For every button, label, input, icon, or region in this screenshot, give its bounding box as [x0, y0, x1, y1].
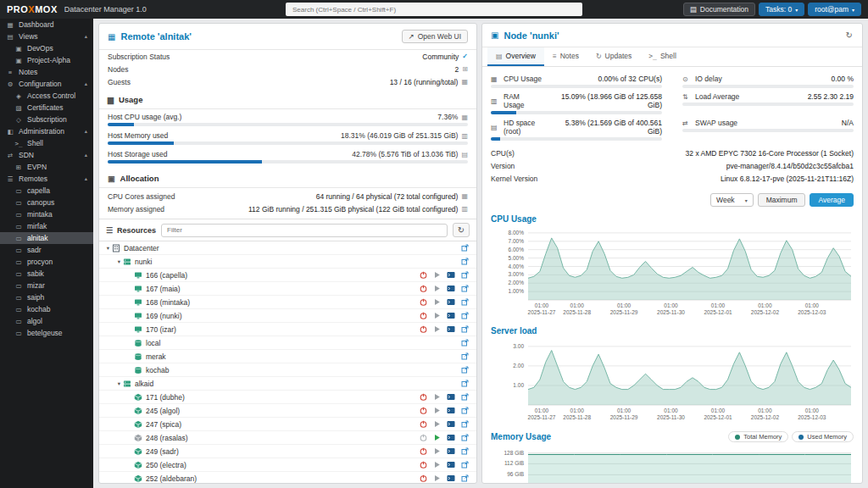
- tab-shell[interactable]: >_Shell: [640, 47, 685, 66]
- sidebar-item-project-alpha[interactable]: ▣Project-Alpha: [0, 54, 93, 66]
- tree-row-merak[interactable]: merak: [99, 350, 476, 363]
- power-button[interactable]: [420, 447, 427, 455]
- open-button[interactable]: [461, 352, 469, 360]
- open-button[interactable]: [461, 434, 469, 441]
- tree-row-250-electra[interactable]: 250 (electra): [99, 458, 476, 472]
- open-button[interactable]: [461, 474, 469, 482]
- tab-overview[interactable]: ▤Overview: [487, 47, 544, 66]
- console-button[interactable]: [447, 312, 455, 319]
- sidebar-item-certificates[interactable]: ▨Certificates: [0, 102, 93, 114]
- average-button[interactable]: Average: [810, 193, 854, 207]
- play-button[interactable]: [433, 285, 441, 292]
- play-button[interactable]: [433, 298, 441, 306]
- user-menu-button[interactable]: root@pam▾: [808, 3, 861, 16]
- sidebar-item-sdn[interactable]: ⇄SDN▴: [0, 149, 93, 161]
- sidebar-item-mizar[interactable]: ▭mizar: [0, 280, 93, 291]
- open-button[interactable]: [461, 312, 469, 319]
- open-button[interactable]: [461, 420, 469, 428]
- open-button[interactable]: [461, 407, 469, 414]
- console-button[interactable]: [447, 420, 455, 428]
- tree-row-datacenter[interactable]: ▾Datacenter: [99, 241, 476, 255]
- open-button[interactable]: [461, 325, 469, 333]
- console-button[interactable]: [447, 434, 455, 441]
- tree-row-247-spica[interactable]: 247 (spica): [99, 418, 476, 431]
- tree-row-170-izar[interactable]: 170 (izar): [99, 323, 476, 336]
- play-button[interactable]: [433, 271, 441, 279]
- console-button[interactable]: [447, 447, 455, 455]
- play-button[interactable]: [433, 434, 441, 441]
- sidebar-item-views[interactable]: ▤Views▴: [0, 30, 93, 42]
- open-button[interactable]: [461, 366, 469, 374]
- tree-row-local[interactable]: local: [99, 336, 476, 350]
- console-button[interactable]: [447, 271, 455, 279]
- sidebar-item-sadr[interactable]: ▭sadr: [0, 244, 93, 256]
- sidebar-item-configuration[interactable]: ⚙Configuration▴: [0, 78, 93, 90]
- period-select[interactable]: Week▾: [710, 193, 754, 207]
- open-web-ui-button[interactable]: ↗Open Web UI: [402, 30, 468, 43]
- tree-row-248-rasalas[interactable]: 248 (rasalas): [99, 431, 476, 445]
- tab-notes[interactable]: ≡Notes: [544, 47, 587, 66]
- open-button[interactable]: [461, 461, 469, 469]
- tree-row-245-algol[interactable]: 245 (algol): [99, 404, 476, 418]
- sidebar-item-mintaka[interactable]: ▭mintaka: [0, 208, 93, 220]
- tree-row-167-maia[interactable]: 167 (maia): [99, 282, 476, 296]
- tasks-button[interactable]: Tasks: 0▾: [759, 3, 804, 16]
- power-button[interactable]: [420, 271, 427, 279]
- sidebar-item-alnitak[interactable]: ▭alnitak: [0, 232, 93, 244]
- sidebar-item-access-control[interactable]: ◈Access Control: [0, 90, 93, 102]
- play-button[interactable]: [433, 325, 441, 333]
- sidebar-item-mirfak[interactable]: ▭mirfak: [0, 220, 93, 232]
- power-button[interactable]: [420, 420, 427, 428]
- play-button[interactable]: [433, 407, 441, 414]
- power-button[interactable]: [420, 434, 427, 441]
- power-button[interactable]: [420, 285, 427, 292]
- tree-row-166-capella[interactable]: 166 (capella): [99, 269, 476, 282]
- sidebar-item-procyon[interactable]: ▭procyon: [0, 256, 93, 268]
- sidebar-item-devops[interactable]: ▣DevOps: [0, 42, 93, 54]
- tree-row-252-aldebaran[interactable]: 252 (aldebaran): [99, 472, 476, 484]
- open-button[interactable]: [461, 380, 469, 387]
- console-button[interactable]: [447, 298, 455, 306]
- documentation-button[interactable]: ▤Documentation: [683, 3, 755, 16]
- power-button[interactable]: [420, 407, 427, 414]
- power-button[interactable]: [420, 325, 427, 333]
- reload-node-button[interactable]: ↻: [845, 30, 854, 41]
- sidebar-item-capella[interactable]: ▭capella: [0, 185, 93, 197]
- tree-row-171-dubhe[interactable]: 171 (dubhe): [99, 391, 476, 404]
- console-button[interactable]: [447, 393, 455, 401]
- open-button[interactable]: [461, 285, 469, 292]
- sidebar-item-subscription[interactable]: ◇Subscription: [0, 114, 93, 125]
- power-button[interactable]: [420, 312, 427, 319]
- open-button[interactable]: [461, 258, 469, 265]
- legend-used-memory[interactable]: Used Memory: [792, 431, 854, 442]
- sidebar-item-shell[interactable]: >_Shell: [0, 137, 93, 149]
- sidebar-item-dashboard[interactable]: ▦Dashboard: [0, 19, 93, 30]
- sidebar-item-saiph[interactable]: ▭saiph: [0, 291, 93, 303]
- console-button[interactable]: [447, 461, 455, 469]
- console-button[interactable]: [447, 285, 455, 292]
- open-button[interactable]: [461, 339, 469, 347]
- tree-row-169-nunki[interactable]: 169 (nunki): [99, 309, 476, 323]
- sidebar-item-algol[interactable]: ▭algol: [0, 315, 93, 327]
- sidebar-item-remotes[interactable]: ☰Remotes▴: [0, 173, 93, 185]
- power-button[interactable]: [420, 474, 427, 482]
- open-button[interactable]: [461, 298, 469, 306]
- expander-icon[interactable]: ▾: [115, 380, 123, 387]
- console-button[interactable]: [447, 474, 455, 482]
- tree-row-nunki[interactable]: ▾nunki: [99, 255, 476, 269]
- play-button[interactable]: [433, 447, 441, 455]
- tree-row-168-mintaka[interactable]: 168 (mintaka): [99, 296, 476, 309]
- sidebar-item-administration[interactable]: ◧Administration▴: [0, 125, 93, 137]
- sidebar-item-sabik[interactable]: ▭sabik: [0, 268, 93, 280]
- expander-icon[interactable]: ▾: [104, 245, 112, 252]
- global-search-input[interactable]: [286, 3, 582, 16]
- resources-filter-input[interactable]: [161, 224, 448, 237]
- play-button[interactable]: [433, 312, 441, 319]
- maximum-button[interactable]: Maximum: [758, 193, 806, 207]
- console-button[interactable]: [447, 325, 455, 333]
- power-button[interactable]: [420, 393, 427, 401]
- sidebar-item-betelgeuse[interactable]: ▭betelgeuse: [0, 327, 93, 339]
- sidebar-item-notes[interactable]: ≡Notes: [0, 66, 93, 78]
- expander-icon[interactable]: ▾: [115, 258, 123, 265]
- power-button[interactable]: [420, 298, 427, 306]
